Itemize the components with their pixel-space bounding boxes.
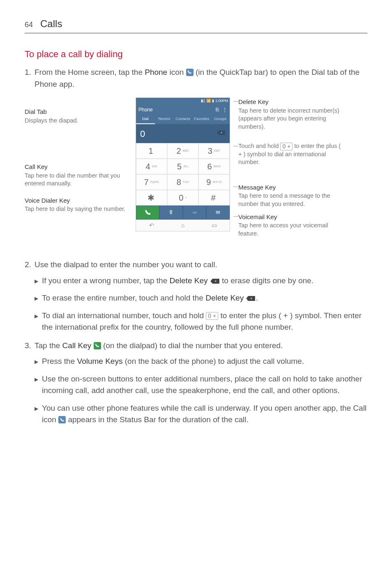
- message-button[interactable]: ✉︎: [206, 206, 230, 220]
- svg-text:×: ×: [221, 131, 222, 134]
- step-1: 1. From the Home screen, tap the Phone i…: [25, 67, 367, 90]
- text: From the Home screen, tap the: [35, 68, 145, 76]
- step-3: 3. Tap the Call Key (on the dialpad) to …: [25, 340, 367, 352]
- dialpad-key-4[interactable]: 4GHI: [136, 159, 167, 174]
- list-item: ▶ Press the Volume Keys (on the back of …: [35, 356, 367, 368]
- step-body: Use the dialpad to enter the number you …: [35, 259, 367, 271]
- dialpad-key-7[interactable]: 7PQRS: [136, 174, 167, 190]
- text: icon: [167, 68, 186, 76]
- callout-body: Displays the diapad.: [25, 117, 136, 125]
- callout-body: Tap here to send a message to the number…: [238, 192, 343, 208]
- dialpad-key-3[interactable]: 3DEF: [198, 143, 230, 159]
- bullet-icon: ▶: [35, 310, 42, 333]
- bullet-icon: ▶: [35, 356, 42, 368]
- callout-title: Voice Dialer Key: [25, 196, 136, 206]
- dialpad-key-9[interactable]: 9WXYZ: [198, 174, 230, 190]
- dialpad-key-6[interactable]: 6MNO: [198, 159, 230, 174]
- callout-title: Call Key: [25, 162, 136, 172]
- callout-body: Touch and hold 0 + to enter the plus ( +…: [238, 142, 343, 166]
- callout-touch-hold: Touch and hold 0 + to enter the plus ( +…: [238, 142, 343, 166]
- status-bar: ▮▯ 📶 ▮ 1:00PM: [136, 98, 230, 104]
- keypad: 12ABC3DEF4GHI5JKL6MNO7PQRS8TUV9WXYZ✱0+#: [136, 143, 230, 206]
- recent-apps-icon[interactable]: ▭: [198, 220, 230, 231]
- step-number: 3.: [25, 340, 35, 352]
- callout-call-key: Call Key Tap here to dial the number tha…: [25, 162, 136, 188]
- phone-label: Phone: [145, 68, 167, 76]
- phone-icon: [186, 69, 194, 76]
- bullet-icon: ▶: [35, 373, 42, 397]
- tab-row: Dial Recent Contacts Favorites Groups: [136, 115, 230, 124]
- entered-number: 0: [140, 127, 145, 141]
- callout-title: Dial Tab: [25, 107, 136, 117]
- call-icon: [58, 416, 66, 423]
- step-body: Tap the Call Key (on the dialpad) to dia…: [35, 340, 367, 352]
- step-2: 2. Use the dialpad to enter the number y…: [25, 259, 367, 271]
- bullet-icon: ▶: [35, 292, 42, 304]
- network-icon: 📶: [206, 98, 211, 104]
- callout-body: Tap here to dial by saying the number.: [25, 205, 136, 213]
- section-title: To place a call by dialing: [25, 47, 367, 61]
- dialpad-key-5[interactable]: 5JKL: [167, 159, 198, 174]
- callout-voice-dialer: Voice Dialer Key Tap here to dial by say…: [25, 196, 136, 213]
- callout-voicemail-key: Voicemail Key Tap here to access your vo…: [238, 213, 343, 238]
- delete-icon: ×: [210, 278, 220, 284]
- tab-contacts[interactable]: Contacts: [173, 115, 192, 124]
- list-item: ▶ You can use other phone features while…: [35, 402, 367, 426]
- zero-key-inline: 0 +: [280, 143, 293, 150]
- callout-title: Voicemail Key: [238, 213, 343, 222]
- bullet-icon: ▶: [35, 402, 42, 426]
- back-icon[interactable]: ↶: [136, 220, 167, 231]
- tab-recent[interactable]: Recent: [155, 115, 174, 124]
- tab-groups[interactable]: Groups: [211, 115, 230, 124]
- callout-delete-key: Delete Key Tap here to delete incorrect …: [238, 97, 343, 131]
- battery-icon: ▮: [212, 98, 214, 104]
- list-item: ▶ If you enter a wrong number, tap the D…: [35, 275, 367, 287]
- svg-text:×: ×: [214, 279, 217, 283]
- step-number: 1.: [25, 67, 35, 90]
- callout-title: Message Key: [238, 183, 343, 192]
- svg-text:×: ×: [251, 296, 253, 300]
- app-title-bar: Phone ⎘ ⋮: [136, 104, 230, 115]
- call-button[interactable]: [136, 206, 159, 220]
- call-icon: [94, 342, 101, 349]
- tab-dial[interactable]: Dial: [136, 115, 155, 124]
- dialpad-key-#[interactable]: #: [198, 190, 230, 206]
- callout-message-key: Message Key Tap here to send a message t…: [238, 183, 343, 208]
- zero-key-inline: 0 +: [206, 312, 218, 320]
- bullet-icon: ▶: [35, 275, 42, 287]
- callout-title: Delete Key: [238, 97, 343, 107]
- step-3-bullets: ▶ Press the Volume Keys (on the back of …: [35, 356, 367, 426]
- status-time: 1:00PM: [215, 98, 228, 104]
- home-icon[interactable]: ⌂: [167, 220, 198, 231]
- page-header: 64 Calls: [25, 16, 367, 33]
- nav-row: ↶ ⌂ ▭: [136, 220, 230, 231]
- phone-mockup: ▮▯ 📶 ▮ 1:00PM Phone ⎘ ⋮ Dial Recent Cont…: [136, 97, 230, 231]
- signal-icon: ▮▯: [201, 98, 205, 104]
- chapter-title: Calls: [40, 16, 62, 31]
- step-body: From the Home screen, tap the Phone icon…: [35, 67, 367, 90]
- step-2-bullets: ▶ If you enter a wrong number, tap the D…: [35, 275, 367, 333]
- add-contact-icon[interactable]: ⎘: [216, 106, 219, 114]
- dialpad-key-2[interactable]: 2ABC: [167, 143, 198, 159]
- page-number: 64: [25, 19, 33, 30]
- delete-key[interactable]: ×: [217, 130, 226, 138]
- tab-favorites[interactable]: Favorites: [192, 115, 211, 124]
- dialpad-key-1[interactable]: 1: [136, 143, 167, 159]
- list-item: ▶ Use the on-screen buttons to enter add…: [35, 373, 367, 397]
- action-row: 🎙︎ ⌕⌕ ✉︎: [136, 206, 230, 220]
- voicemail-button[interactable]: ⌕⌕: [183, 206, 206, 220]
- list-item: ▶ To dial an international number, touch…: [35, 310, 367, 333]
- app-title: Phone: [138, 106, 153, 113]
- callout-dial-tab: Dial Tab Displays the diapad.: [25, 107, 136, 125]
- menu-icon[interactable]: ⋮: [222, 106, 227, 113]
- callout-body: Tap here to access your voicemail featur…: [238, 222, 343, 238]
- delete-icon: ×: [246, 295, 256, 302]
- dialer-diagram: Dial Tab Displays the diapad. Call Key T…: [25, 97, 367, 250]
- dialpad-key-8[interactable]: 8TUV: [167, 174, 198, 190]
- voice-dialer-button[interactable]: 🎙︎: [159, 206, 183, 220]
- callout-body: Tap here to delete incorrect number(s) (…: [238, 107, 343, 131]
- dialpad-key-✱[interactable]: ✱: [136, 190, 167, 206]
- dialpad-key-0[interactable]: 0+: [167, 190, 198, 206]
- list-item: ▶ To erase the entire number, touch and …: [35, 292, 367, 304]
- step-number: 2.: [25, 259, 35, 271]
